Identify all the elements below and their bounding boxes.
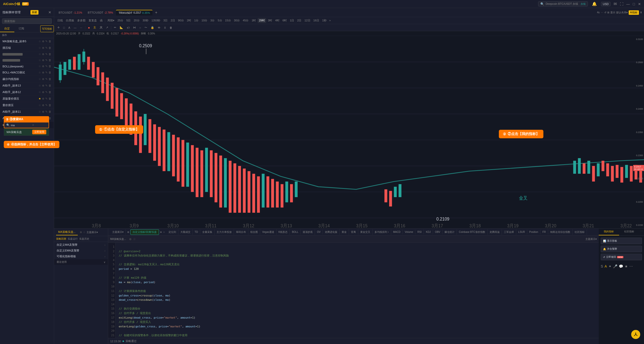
sidebar-item-11[interactable]: AI助手_副本11 ☆ ⊕ ✎ 🗑 bbox=[0, 109, 54, 115]
ind-tab-baocang[interactable]: 爆仓统计 bbox=[442, 229, 457, 235]
delete-icon-8[interactable]: 🗑 bbox=[49, 91, 51, 94]
copy-icon-b1[interactable]: ⊕ bbox=[42, 53, 44, 56]
edit-icon-7[interactable]: ✎ bbox=[45, 84, 48, 87]
code-star-icon[interactable]: ☆ bbox=[133, 237, 136, 241]
chart-tab-bttc[interactable]: BTTC/USDT -2.78% bbox=[85, 10, 116, 15]
btn-10m[interactable]: 10分 bbox=[200, 18, 209, 23]
ind-tab-rsi[interactable]: RSI bbox=[415, 230, 424, 234]
rp-icon-star2[interactable]: ★ bbox=[625, 264, 628, 268]
write-indicator-btn[interactable]: 写写指标 bbox=[40, 25, 54, 32]
btn-replay[interactable]: 复复盘 bbox=[87, 18, 98, 23]
edit-icon-9[interactable]: ✎ bbox=[45, 97, 48, 100]
btn-3d[interactable]: 3日 bbox=[162, 18, 169, 23]
ind-tab-zhuli[interactable]: 主力大单投放 bbox=[215, 229, 234, 235]
draw-cursor[interactable]: ✛ bbox=[56, 25, 61, 30]
edit-icon-8[interactable]: ✎ bbox=[45, 91, 48, 94]
ind-tab-longteng4[interactable]: 龙腾四溢 bbox=[488, 229, 502, 235]
ind-tab-daedu[interactable]: 大额成交 bbox=[178, 229, 193, 235]
star-icon-4[interactable]: ☆ bbox=[38, 65, 41, 68]
sidebar-item-0[interactable]: MA策略实盘_副本5 ☆ ⊕ ✎ 🗑 bbox=[0, 38, 54, 45]
btn-12d[interactable]: 12日 bbox=[303, 18, 311, 23]
btn-1m[interactable]: 1分 bbox=[193, 18, 200, 23]
sidebar-item-10[interactable]: 量价摆压 ☆ ⊕ ✎ 🗑 bbox=[0, 102, 54, 109]
sidebar-search-input[interactable] bbox=[2, 18, 52, 24]
draw-arrow[interactable]: ↗ bbox=[105, 25, 109, 30]
copy-icon-1[interactable]: ⊕ bbox=[42, 46, 44, 50]
delete-icon-1[interactable]: 🗑 bbox=[49, 46, 51, 50]
avatar-area[interactable]: 人 bbox=[631, 330, 640, 339]
rp-icon-more[interactable]: ⋯ bbox=[629, 264, 633, 268]
ind-tab-community[interactable]: 社区指标 bbox=[573, 229, 587, 235]
copy-icon-0[interactable]: ⊕ bbox=[42, 40, 44, 43]
rp-icon-a[interactable]: A bbox=[605, 264, 607, 268]
btn-4h[interactable]: 4时 bbox=[274, 18, 281, 23]
btn-daily[interactable]: 日线 bbox=[56, 18, 64, 23]
btn-30m[interactable]: 30分 bbox=[233, 18, 241, 23]
copy-icon-b2[interactable]: ⊕ bbox=[42, 59, 44, 62]
ind-tab-quanliang[interactable]: 全量采集 bbox=[200, 229, 215, 235]
copy-icon-9[interactable]: ⊕ bbox=[42, 97, 44, 100]
ind-tab-kxian[interactable]: K线形态 bbox=[276, 229, 290, 235]
delete-icon-0[interactable]: 🗑 bbox=[49, 40, 51, 43]
btn-2d[interactable]: 2日 bbox=[169, 18, 176, 23]
edit-icon-4[interactable]: ✎ bbox=[45, 65, 48, 68]
delete-icon-b2[interactable]: 🗑 bbox=[49, 59, 51, 62]
ind-tab-lsur[interactable]: LSUR bbox=[516, 230, 527, 234]
toolbar-settings[interactable]: ⊞ bbox=[607, 11, 609, 14]
ind-tab-boll[interactable]: BOLL bbox=[290, 230, 301, 234]
share-icon[interactable]: ⬆ bbox=[640, 11, 642, 14]
expand-icon[interactable]: ⛶ bbox=[620, 2, 623, 6]
ind-tab-main-display[interactable]: 主题展示▾ bbox=[110, 229, 126, 235]
rp-show-template-btn[interactable]: 📊 显示形板 bbox=[601, 238, 642, 244]
rp-icon-chat[interactable]: 💬 bbox=[619, 264, 623, 268]
message-icon[interactable]: ✉ bbox=[614, 2, 617, 6]
rp-tab-community[interactable]: 社区指标 bbox=[619, 229, 639, 235]
copy-icon-11[interactable]: ⊕ bbox=[42, 110, 44, 113]
btn-blackwhite[interactable]: 白黑板 bbox=[65, 18, 75, 23]
maximize-icon[interactable]: □ bbox=[633, 2, 635, 6]
sidebar-item-9[interactable]: 原版量价摆压 ★ ⊕ ✎ 🗑 bbox=[0, 96, 54, 102]
draw-delete[interactable]: 🗑 bbox=[168, 26, 174, 30]
btn-1h[interactable]: 1时 bbox=[250, 18, 257, 23]
draw-pencil[interactable]: ✏ bbox=[113, 25, 117, 30]
new-btn[interactable]: 新建 bbox=[30, 10, 38, 15]
custom-ind-tab-btn[interactable]: 自定义指标/回测/实盘 bbox=[130, 229, 159, 235]
rp-more-icon[interactable]: ⋯ bbox=[639, 229, 644, 235]
star-icon-6[interactable]: ☆ bbox=[38, 77, 41, 81]
draw-dotted[interactable]: ··· bbox=[79, 26, 84, 30]
btn-3h[interactable]: 3时 bbox=[267, 18, 273, 23]
draw-text[interactable]: A bbox=[67, 26, 71, 30]
edit-icon-0[interactable]: ✎ bbox=[45, 40, 48, 43]
code-content-area[interactable]: 1234567891011121314151617181920212223 //… bbox=[108, 243, 599, 338]
star-icon-5[interactable]: ☆ bbox=[38, 71, 41, 74]
rp-icon-text[interactable]: ✦ bbox=[609, 264, 612, 268]
draw-circle[interactable]: ○ bbox=[138, 26, 142, 30]
ind-tab-zuhe[interactable]: 组合图 bbox=[248, 229, 260, 235]
btn-16d[interactable]: 16日 bbox=[312, 18, 320, 23]
star-icon-11[interactable]: ☆ bbox=[38, 110, 41, 113]
ind-tab-sanjun[interactable]: 三军会师 bbox=[502, 229, 516, 235]
ind-tab-duojun[interactable]: 多均线排列 › bbox=[373, 229, 391, 235]
ind-tab-taoding[interactable]: 逃顶抄底 bbox=[301, 229, 315, 235]
draw-ruler[interactable]: 📐 bbox=[118, 25, 125, 30]
btn-5d[interactable]: 5日 bbox=[125, 18, 132, 23]
delete-icon-6[interactable]: 🗑 bbox=[49, 77, 51, 81]
more-time-btn[interactable]: » bbox=[329, 19, 331, 22]
sidebar-tab-custom[interactable]: 自定 bbox=[0, 25, 14, 32]
edit-icon-b2[interactable]: ✎ bbox=[45, 59, 48, 62]
btn-1s[interactable]: 1秒 bbox=[321, 18, 328, 23]
search-bar[interactable]: 🔍 Deepcoin BTC/USDT 永续 永续 bbox=[538, 1, 588, 7]
copy-icon-6[interactable]: ⊕ bbox=[42, 77, 44, 81]
copy-icon-8[interactable]: ⊕ bbox=[42, 91, 44, 94]
draw-filter[interactable]: ⧖ bbox=[163, 25, 167, 30]
avatar-circle[interactable]: 人 bbox=[631, 330, 640, 339]
copy-icon-4[interactable]: ⊕ bbox=[42, 65, 44, 68]
edit-icon-1[interactable]: ✎ bbox=[45, 46, 48, 50]
ind-tab-beili[interactable]: 背离 bbox=[349, 229, 358, 235]
copy-icon-ind[interactable]: ⊕ bbox=[160, 231, 162, 233]
toolbar-more[interactable]: ⋯ bbox=[601, 11, 603, 14]
btn-period[interactable]: 周期▾ bbox=[106, 18, 116, 23]
delete-icon-4[interactable]: 🗑 bbox=[49, 65, 51, 68]
star-icon-7[interactable]: ☆ bbox=[38, 84, 41, 87]
ind-tab-dingwei[interactable]: 定位到 bbox=[167, 229, 178, 235]
